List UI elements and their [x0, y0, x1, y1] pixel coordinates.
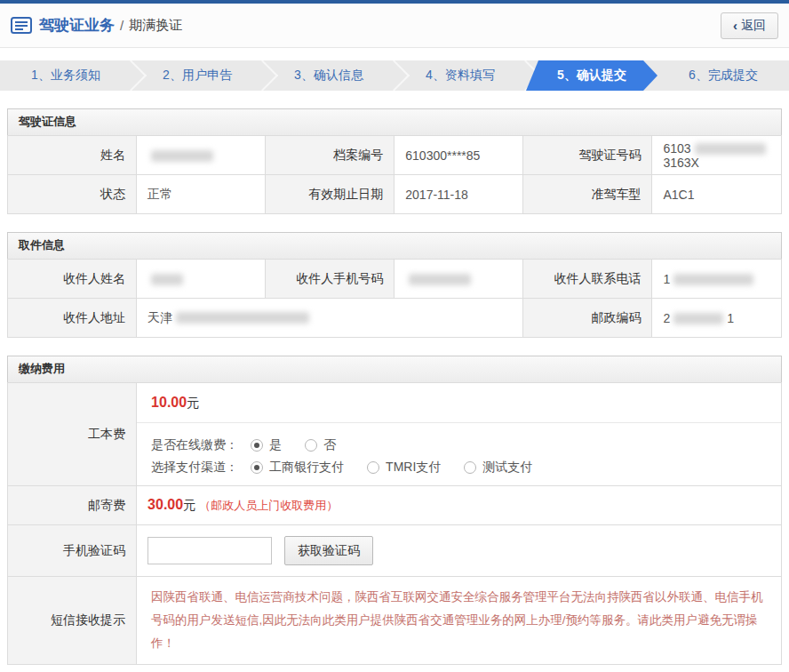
breadcrumb-separator: /	[120, 18, 124, 33]
radio-label: TMRI支付	[386, 460, 441, 476]
sms-notice-text: 因陕西省联通、电信运营商技术问题，陕西省互联网交通安全综合服务管理平台无法向持陕…	[137, 577, 782, 665]
captcha-label: 手机验证码	[8, 525, 137, 577]
cost-fee-value: 10.00元 是否在线缴费： 是 否	[137, 383, 782, 486]
sms-notice-label: 短信接收提示	[8, 577, 137, 665]
channel-icbc-radio[interactable]: 工商银行支付	[251, 460, 344, 476]
vehicle-class-value: A1C1	[652, 175, 782, 214]
status-value: 正常	[137, 175, 266, 214]
fees-section: 缴纳费用 工本费 10.00元 是否在线缴费： 是	[7, 356, 782, 665]
recipient-phone-label: 收件人联系电话	[523, 260, 652, 299]
back-button[interactable]: ‹ 返回	[721, 12, 778, 39]
step-progress-bar: 1、业务须知 2、用户申告 3、确认信息 4、资料填写 5、确认提交 6、完成提…	[0, 60, 789, 91]
fees-table: 工本费 10.00元 是否在线缴费： 是 否	[7, 382, 782, 665]
redacted-value	[673, 274, 753, 285]
postal-code-value: 21	[652, 299, 782, 338]
status-label: 状态	[8, 175, 137, 214]
table-row: 手机验证码 获取验证码	[8, 525, 782, 577]
recipient-name-value	[137, 260, 266, 299]
step-6-finish-submit: 6、完成提交	[658, 60, 789, 91]
valid-until-value: 2017-11-18	[394, 175, 523, 214]
redacted-value	[673, 313, 723, 324]
license-menu-icon	[11, 17, 32, 34]
get-code-button[interactable]: 获取验证码	[284, 536, 373, 565]
page-title: 驾驶证业务	[39, 15, 115, 36]
page-header: 驾驶证业务 / 期满换证 ‹ 返回	[0, 4, 789, 48]
radio-icon	[367, 461, 379, 474]
radio-icon	[251, 439, 263, 452]
postage-fee-value: 30.00元（邮政人员上门收取费用）	[137, 486, 782, 525]
table-row: 状态 正常 有效期止日期 2017-11-18 准驾车型 A1C1	[8, 175, 782, 214]
online-pay-yes-radio[interactable]: 是	[251, 437, 282, 453]
channel-tmri-radio[interactable]: TMRI支付	[367, 460, 441, 476]
recipient-mobile-label: 收件人手机号码	[266, 260, 394, 299]
redacted-value	[151, 274, 183, 285]
step-4-fill-data: 4、资料填写	[394, 60, 526, 91]
captcha-input[interactable]	[147, 537, 272, 564]
pickup-info-section: 取件信息 收件人姓名 收件人手机号码 收件人联系电话 1 收件人地址 天津 邮政…	[7, 232, 782, 338]
recipient-phone-value: 1	[652, 260, 782, 299]
step-2-user-declaration: 2、用户申告	[132, 60, 263, 91]
archive-no-value: 610300****85	[394, 136, 523, 175]
back-button-label: 返回	[741, 18, 766, 34]
cost-fee-label: 工本费	[8, 383, 137, 486]
license-no-label: 驾驶证号码	[523, 136, 652, 175]
online-pay-no-radio[interactable]: 否	[305, 437, 336, 453]
valid-until-label: 有效期止日期	[266, 175, 394, 214]
table-row: 姓名 档案编号 610300****85 驾驶证号码 61033163X	[8, 136, 782, 175]
license-section-title: 驾驶证信息	[7, 108, 782, 135]
postage-amount: 30.00	[147, 497, 183, 512]
postage-note: （邮政人员上门收取费用）	[199, 499, 338, 512]
recipient-address-value: 天津	[137, 299, 523, 338]
license-info-table: 姓名 档案编号 610300****85 驾驶证号码 61033163X 状态 …	[7, 135, 782, 214]
redacted-value	[176, 312, 309, 324]
postage-unit: 元	[183, 498, 195, 512]
name-value	[137, 136, 266, 175]
recipient-address-label: 收件人地址	[8, 299, 137, 338]
step-5-confirm-submit: 5、确认提交	[526, 60, 658, 91]
captcha-cell: 获取验证码	[137, 525, 782, 577]
redacted-value	[151, 150, 213, 162]
pickup-section-title: 取件信息	[7, 232, 782, 259]
online-pay-question: 是否在线缴费：	[151, 437, 238, 453]
postal-code-label: 邮政编码	[523, 299, 652, 338]
fees-section-title: 缴纳费用	[7, 356, 782, 382]
radio-label: 是	[269, 437, 282, 453]
license-no-value: 61033163X	[652, 136, 782, 175]
archive-no-label: 档案编号	[266, 136, 394, 175]
radio-icon	[305, 439, 317, 452]
cost-amount: 10.00	[151, 395, 187, 410]
redacted-value	[409, 274, 471, 285]
cost-unit: 元	[187, 396, 199, 410]
vehicle-class-label: 准驾车型	[523, 175, 652, 214]
table-row: 短信接收提示 因陕西省联通、电信运营商技术问题，陕西省互联网交通安全综合服务管理…	[8, 577, 782, 665]
radio-label: 工商银行支付	[269, 460, 344, 476]
redacted-value	[695, 143, 766, 155]
step-3-confirm-info: 3、确认信息	[263, 60, 394, 91]
postage-fee-label: 邮寄费	[8, 486, 137, 525]
license-info-section: 驾驶证信息 姓名 档案编号 610300****85 驾驶证号码 6103316…	[7, 108, 782, 214]
recipient-mobile-value	[394, 260, 523, 299]
channel-test-radio[interactable]: 测试支付	[464, 460, 532, 476]
radio-icon	[464, 461, 476, 474]
table-row: 邮寄费 30.00元（邮政人员上门收取费用）	[8, 486, 782, 525]
pay-channel-question: 选择支付渠道：	[151, 460, 238, 476]
radio-label: 否	[323, 437, 336, 453]
name-label: 姓名	[8, 136, 137, 175]
radio-label: 测试支付	[482, 460, 532, 476]
step-1-business-notice: 1、业务须知	[0, 60, 132, 91]
pickup-info-table: 收件人姓名 收件人手机号码 收件人联系电话 1 收件人地址 天津 邮政编码 21	[7, 259, 782, 338]
page-subtitle: 期满换证	[129, 17, 182, 34]
radio-icon	[251, 461, 263, 474]
recipient-name-label: 收件人姓名	[8, 260, 137, 299]
table-row: 收件人姓名 收件人手机号码 收件人联系电话 1	[8, 260, 782, 299]
table-row: 工本费 10.00元 是否在线缴费： 是 否	[8, 383, 782, 486]
back-chevron-icon: ‹	[733, 19, 737, 32]
table-row: 收件人地址 天津 邮政编码 21	[8, 299, 782, 338]
